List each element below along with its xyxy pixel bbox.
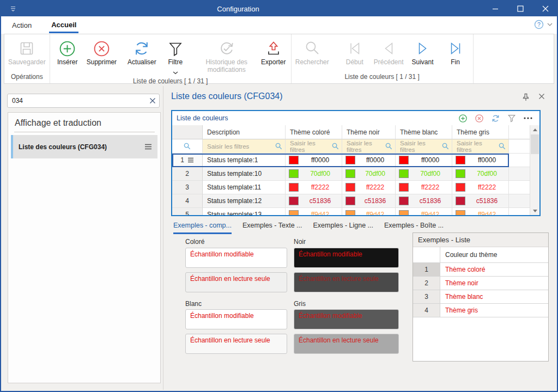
- historique-button[interactable]: Historique des modifications: [196, 37, 257, 74]
- sample-editable-box[interactable]: Échantillon modifiable: [185, 248, 287, 268]
- chevron-down-icon[interactable]: [547, 23, 553, 27]
- filter-input[interactable]: Saisir les filtres: [286, 139, 342, 154]
- cell-theme-color[interactable]: ff2222: [286, 181, 342, 194]
- cell-theme-color[interactable]: ff9d42: [452, 208, 509, 215]
- scroll-up-icon[interactable]: [530, 125, 539, 134]
- cell-theme-color[interactable]: c51836: [452, 194, 509, 208]
- cell-theme-color[interactable]: ff0000: [396, 154, 452, 167]
- column-header[interactable]: Thème blanc: [396, 125, 452, 139]
- cell-theme-color[interactable]: ff2222: [452, 181, 509, 194]
- cell-theme-color[interactable]: 70df00: [452, 167, 509, 181]
- table-row[interactable]: 1Status template:1ff0000ff0000ff0000ff00…: [172, 154, 530, 167]
- grid-more-icon[interactable]: [523, 117, 533, 120]
- splitter[interactable]: [163, 86, 163, 390]
- row-header[interactable]: 5: [172, 208, 203, 215]
- cell-description[interactable]: Status template:10: [203, 167, 286, 181]
- list-item[interactable]: 4Thème gris: [413, 304, 548, 317]
- cell-theme-color[interactable]: c51836: [396, 194, 452, 208]
- actualiser-button[interactable]: Actualiser: [125, 37, 159, 66]
- scrollbar-thumb[interactable]: [531, 134, 539, 154]
- ribbon-group-label: Liste de couleurs [ 1 / 31 ]: [51, 77, 290, 88]
- scroll-down-icon[interactable]: [530, 206, 539, 215]
- sample-editable-box[interactable]: Échantillon modifiable: [185, 309, 287, 329]
- supprimer-button[interactable]: Supprimer: [84, 37, 119, 66]
- column-header[interactable]: Thème gris: [452, 125, 509, 139]
- precedent-button[interactable]: Précédent: [371, 37, 407, 66]
- tab-exemples-3[interactable]: Exemples - Ligne ...: [313, 222, 373, 234]
- row-number: 3: [185, 183, 189, 191]
- grid-refresh-icon[interactable]: [491, 114, 500, 123]
- grid-filter-icon[interactable]: [507, 114, 516, 122]
- cell-theme-color[interactable]: c51836: [286, 194, 342, 208]
- row-header[interactable]: 3: [172, 181, 203, 194]
- sample-group-label: Gris: [294, 300, 306, 308]
- filtre-button[interactable]: Filtre: [159, 37, 192, 77]
- maximize-button[interactable]: [508, 0, 533, 17]
- row-filter-button[interactable]: [172, 139, 203, 154]
- clear-search-icon[interactable]: [146, 97, 159, 104]
- cell-theme-color[interactable]: 70df00: [396, 167, 452, 181]
- help-icon[interactable]: ?: [534, 20, 544, 29]
- row-header[interactable]: 4: [172, 194, 203, 208]
- table-row[interactable]: 3Status template:11ff2222ff2222ff2222ff2…: [172, 181, 530, 194]
- column-header[interactable]: Description: [203, 125, 286, 139]
- ribbon: Sauvegarder Opérations Insérer Supprimer: [4, 34, 554, 84]
- filter-input[interactable]: Saisir les filtres: [342, 139, 396, 154]
- rechercher-button[interactable]: Rechercher: [293, 37, 332, 66]
- grid-delete-icon[interactable]: [475, 114, 484, 123]
- column-header[interactable]: Thème noir: [342, 125, 396, 139]
- sauvegarder-button[interactable]: Sauvegarder: [5, 37, 48, 66]
- debut-button[interactable]: Début: [338, 37, 371, 66]
- table-row[interactable]: 5Status template:13ff9d42ff9d42ff9d42ff9…: [172, 208, 530, 215]
- filter-input[interactable]: Saisir les filtres: [396, 139, 452, 154]
- cell-theme-color[interactable]: 70df00: [286, 167, 342, 181]
- list-item[interactable]: 3Thème blanc: [413, 290, 548, 304]
- cell-theme-color[interactable]: ff9d42: [286, 208, 342, 215]
- close-panel-icon[interactable]: [538, 93, 545, 101]
- inserer-button[interactable]: Insérer: [51, 37, 84, 66]
- row-filler: [509, 181, 530, 194]
- tab-action[interactable]: Action: [10, 18, 34, 32]
- tab-exemples-2[interactable]: Exemples - Texte ...: [242, 222, 302, 234]
- color-swatch: [289, 197, 299, 205]
- cell-theme-color[interactable]: ff2222: [396, 181, 452, 194]
- list-item[interactable]: 2Thème noir: [413, 277, 548, 290]
- cell-theme-color[interactable]: 70df00: [342, 167, 396, 181]
- search-input[interactable]: [8, 97, 146, 105]
- row-header[interactable]: 2: [172, 167, 203, 181]
- row-header[interactable]: 1: [172, 154, 203, 167]
- cell-description[interactable]: Status template:1: [203, 154, 286, 167]
- cell-description[interactable]: Status template:12: [203, 194, 286, 208]
- close-button[interactable]: [533, 0, 558, 17]
- minimize-button[interactable]: [483, 0, 508, 17]
- exporter-button[interactable]: Exporter: [257, 37, 290, 66]
- list-item[interactable]: 1Thème coloré: [413, 263, 548, 277]
- table-row[interactable]: 4Status template:12c51836c51836c51836c51…: [172, 194, 530, 208]
- sidebar-item-liste-des-couleurs[interactable]: Liste des couleurs (CFG034): [11, 135, 157, 158]
- cell-theme-color[interactable]: c51836: [342, 194, 396, 208]
- grid-scrollbar[interactable]: [530, 125, 539, 215]
- hamburger-icon[interactable]: [144, 144, 152, 150]
- cell-theme-color[interactable]: ff0000: [342, 154, 396, 167]
- filter-input[interactable]: Saisir les filtres: [452, 139, 509, 154]
- column-header[interactable]: Thème coloré: [286, 125, 342, 139]
- row-menu-icon[interactable]: [187, 157, 194, 163]
- sample-editable-box[interactable]: Échantillon modifiable: [294, 248, 399, 268]
- fin-button[interactable]: Fin: [439, 37, 472, 66]
- pin-icon[interactable]: [522, 93, 530, 101]
- sample-editable-box[interactable]: Échantillon modifiable: [294, 309, 399, 329]
- cell-theme-color[interactable]: ff0000: [286, 154, 342, 167]
- cell-theme-color[interactable]: ff9d42: [396, 208, 452, 215]
- cell-description[interactable]: Status template:13: [203, 208, 286, 215]
- cell-theme-color[interactable]: ff0000: [452, 154, 509, 167]
- filter-input[interactable]: Saisir les filtres: [203, 139, 286, 154]
- table-row[interactable]: 2Status template:1070df0070df0070df0070d…: [172, 167, 530, 181]
- suivant-button[interactable]: Suivant: [407, 37, 439, 66]
- cell-theme-color[interactable]: ff2222: [342, 181, 396, 194]
- liste-column-header[interactable]: Couleur du thème: [440, 247, 548, 263]
- cell-theme-color[interactable]: ff9d42: [342, 208, 396, 215]
- cell-description[interactable]: Status template:11: [203, 181, 286, 194]
- grid-add-icon[interactable]: [458, 114, 468, 123]
- tab-accueil[interactable]: Accueil: [49, 17, 78, 33]
- tab-exemples-1[interactable]: Exemples - comp...: [173, 222, 232, 234]
